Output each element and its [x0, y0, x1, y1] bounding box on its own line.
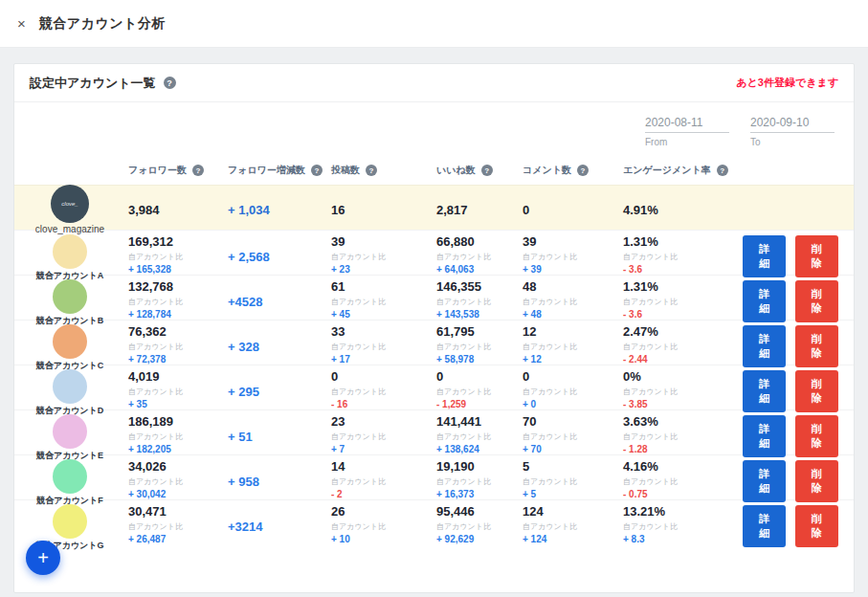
row-actions: 詳細 削除 — [743, 235, 838, 283]
follower-change-cell: +3214 — [228, 520, 331, 540]
engagement-delta: - 0.75 — [623, 489, 743, 499]
competitor-account-cell: 競合アカウントA — [30, 234, 110, 282]
panel-header: 設定中アカウント一覧 ? あと3件登録できます — [14, 64, 854, 102]
own-follower-change: + 1,034 — [228, 203, 331, 217]
posts-cell: 0 自アカウント比 - 16 — [331, 370, 436, 409]
engagement-delta: - 3.85 — [623, 399, 743, 409]
engagement-cell: 3.63% 自アカウント比 - 1.28 — [623, 415, 743, 454]
competitor-account-cell: 競合アカウントB — [30, 279, 110, 327]
help-icon[interactable]: ? — [192, 165, 204, 176]
compare-label: 自アカウント比 — [523, 297, 623, 307]
compare-label: 自アカウント比 — [523, 521, 623, 532]
table-row: 競合アカウントE 186,189 自アカウント比 + 182,205 + 51 … — [14, 409, 854, 454]
posts-delta: + 7 — [331, 444, 436, 454]
followers-delta: + 35 — [128, 399, 228, 409]
col-followers: フォロワー数? — [128, 164, 228, 177]
compare-label: 自アカウント比 — [331, 342, 436, 352]
col-engagement: エンゲージメント率? — [623, 164, 743, 177]
delete-button[interactable]: 削除 — [795, 370, 838, 412]
compare-label: 自アカウント比 — [436, 476, 523, 487]
comments-cell: 39 自アカウント比 + 39 — [523, 235, 623, 275]
posts-cell: 39 自アカウント比 + 23 — [331, 235, 436, 275]
row-actions: 詳細 削除 — [743, 415, 838, 463]
compare-label: 自アカウント比 — [523, 252, 623, 262]
col-comments: コメント数? — [523, 164, 623, 177]
detail-button[interactable]: 詳細 — [743, 370, 786, 412]
likes-delta: + 58,978 — [436, 354, 523, 365]
date-to-field[interactable]: 2020-09-10 To — [750, 116, 835, 150]
delete-button[interactable]: 削除 — [795, 235, 838, 277]
engagement-cell: 1.31% 自アカウント比 - 3.6 — [623, 235, 743, 275]
detail-button[interactable]: 詳細 — [743, 505, 786, 547]
compare-label: 自アカウント比 — [128, 387, 228, 397]
likes-cell: 146,355 自アカウント比 + 143,538 — [436, 280, 523, 320]
own-account-cell: clove_ clove_magazine — [30, 185, 110, 234]
posts-cell: 14 自アカウント比 - 2 — [331, 460, 436, 499]
date-to-label: To — [750, 137, 835, 147]
detail-button[interactable]: 詳細 — [743, 415, 786, 457]
engagement-cell: 1.31% 自アカウント比 - 3.6 — [623, 280, 743, 320]
competitor-avatar — [53, 459, 87, 494]
detail-button[interactable]: 詳細 — [743, 235, 786, 277]
delete-button[interactable]: 削除 — [795, 325, 838, 367]
compare-label: 自アカウント比 — [523, 431, 623, 442]
help-icon[interactable]: ? — [366, 165, 377, 176]
detail-button[interactable]: 詳細 — [743, 280, 786, 322]
row-actions: 詳細 削除 — [743, 280, 838, 328]
detail-button[interactable]: 詳細 — [743, 460, 786, 502]
help-icon[interactable]: ? — [577, 165, 589, 176]
date-from-field[interactable]: 2020-08-11 From — [645, 116, 729, 150]
likes-cell: 61,795 自アカウント比 + 58,978 — [436, 325, 523, 365]
compare-label: 自アカウント比 — [623, 521, 743, 532]
competitor-avatar — [53, 279, 87, 314]
likes-cell: 141,441 自アカウント比 + 138,624 — [436, 415, 523, 454]
date-from-input[interactable]: 2020-08-11 — [645, 116, 729, 133]
competitor-account-cell: 競合アカウントF — [30, 459, 110, 507]
close-icon[interactable]: × — [17, 16, 26, 31]
comments-cell: 12 自アカウント比 + 12 — [523, 325, 623, 365]
table-row: 競合アカウントD 4,019 自アカウント比 + 35 + 295 0 自アカウ… — [14, 365, 854, 409]
followers-delta: + 30,042 — [128, 489, 228, 499]
engagement-cell: 2.47% 自アカウント比 - 2.44 — [623, 325, 743, 365]
follower-change-cell: + 958 — [228, 475, 331, 495]
table-row: 競合アカウントB 132,768 自アカウント比 + 128,784 +4528… — [14, 275, 854, 320]
date-to-input[interactable]: 2020-09-10 — [750, 116, 835, 133]
followers-cell: 186,189 自アカウント比 + 182,205 — [128, 415, 228, 454]
compare-label: 自アカウント比 — [523, 342, 623, 352]
detail-button[interactable]: 詳細 — [743, 325, 786, 367]
delete-button[interactable]: 削除 — [795, 280, 838, 322]
add-account-button[interactable]: + — [26, 541, 60, 575]
comments-delta: + 12 — [523, 354, 623, 365]
compare-label: 自アカウント比 — [436, 342, 523, 352]
help-icon[interactable]: ? — [164, 77, 176, 89]
compare-label: 自アカウント比 — [128, 342, 228, 352]
comments-delta: + 0 — [523, 399, 623, 409]
competitor-account-cell: 競合アカウントC — [30, 324, 110, 372]
compare-label: 自アカウント比 — [623, 297, 743, 307]
compare-label: 自アカウント比 — [128, 431, 228, 442]
posts-cell: 33 自アカウント比 + 17 — [331, 325, 436, 365]
competitor-account-cell: 競合アカウントE — [30, 414, 110, 462]
compare-label: 自アカウント比 — [523, 476, 623, 487]
row-actions: 詳細 削除 — [743, 325, 838, 373]
own-likes: 2,817 — [436, 203, 523, 217]
compare-label: 自アカウント比 — [436, 521, 523, 532]
col-likes: いいね数? — [436, 164, 523, 177]
help-icon[interactable]: ? — [311, 165, 323, 176]
delete-button[interactable]: 削除 — [795, 460, 838, 502]
comments-cell: 5 自アカウント比 + 5 — [523, 460, 623, 499]
delete-button[interactable]: 削除 — [795, 415, 838, 457]
table-row: 競合アカウントC 76,362 自アカウント比 + 72,378 + 328 3… — [14, 320, 854, 365]
comments-delta: + 124 — [523, 534, 623, 544]
posts-delta: + 23 — [331, 264, 436, 275]
competitor-avatar — [53, 369, 87, 404]
own-account-name: clove_magazine — [35, 224, 104, 234]
compare-label: 自アカウント比 — [128, 297, 228, 307]
help-icon[interactable]: ? — [717, 165, 728, 176]
likes-delta: + 64,063 — [436, 264, 523, 275]
posts-cell: 23 自アカウント比 + 7 — [331, 415, 436, 454]
likes-delta: - 1,259 — [436, 399, 523, 409]
help-icon[interactable]: ? — [481, 165, 493, 176]
compare-label: 自アカウント比 — [331, 476, 436, 487]
delete-button[interactable]: 削除 — [795, 505, 838, 547]
